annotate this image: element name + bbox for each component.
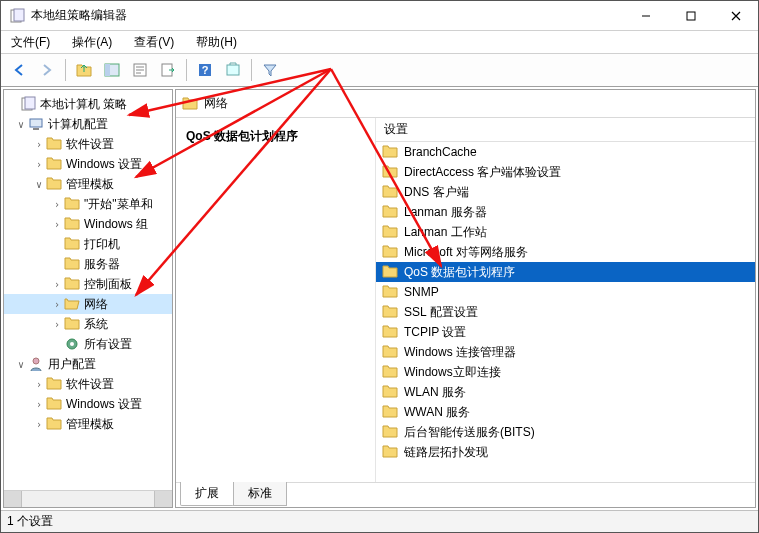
svg-point-14 [33, 358, 39, 364]
close-button[interactable] [713, 1, 758, 30]
tree-u-windows-settings[interactable]: › Windows 设置 [4, 394, 172, 414]
collapse-icon[interactable]: ∨ [14, 359, 28, 370]
tree-item-label: 网络 [84, 296, 108, 313]
tabs-strip: 扩展 标准 [176, 483, 755, 507]
tree-servers[interactable]: 服务器 [4, 254, 172, 274]
tree-item-label: 所有设置 [84, 336, 132, 353]
filter-button[interactable] [258, 58, 282, 82]
menu-action[interactable]: 操作(A) [68, 32, 116, 53]
tree-pane: 本地计算机 策略 ∨ 计算机配置 › 软件设置 › Windows 设置 [3, 89, 173, 508]
export-button[interactable] [156, 58, 180, 82]
tree-hscrollbar[interactable] [4, 490, 172, 507]
svg-rect-13 [227, 65, 239, 75]
maximize-button[interactable] [668, 1, 713, 30]
list-item[interactable]: SSL 配置设置 [376, 302, 755, 322]
list-item-label: Lanman 工作站 [404, 224, 487, 241]
list-item-label: Windows 连接管理器 [404, 344, 516, 361]
tree-windows-settings[interactable]: › Windows 设置 [4, 154, 172, 174]
menu-view[interactable]: 查看(V) [130, 32, 178, 53]
tree-windows-components[interactable]: › Windows 组 [4, 214, 172, 234]
column-header-settings[interactable]: 设置 [376, 118, 755, 142]
tree-all-settings[interactable]: 所有设置 [4, 334, 172, 354]
menu-help[interactable]: 帮助(H) [192, 32, 241, 53]
list-item-label: SNMP [404, 285, 439, 299]
list-item[interactable]: Microsoft 对等网络服务 [376, 242, 755, 262]
list-item[interactable]: BranchCache [376, 142, 755, 162]
list-item[interactable]: Lanman 服务器 [376, 202, 755, 222]
list-item[interactable]: Lanman 工作站 [376, 222, 755, 242]
list-item[interactable]: Windows 连接管理器 [376, 342, 755, 362]
expand-icon[interactable]: › [32, 159, 46, 170]
menu-file[interactable]: 文件(F) [7, 32, 54, 53]
back-button[interactable] [7, 58, 31, 82]
collapse-icon[interactable]: ∨ [32, 179, 46, 190]
computer-icon [28, 116, 44, 132]
expand-icon[interactable]: › [50, 219, 64, 230]
tree-item-label: 管理模板 [66, 416, 114, 433]
list-item[interactable]: WWAN 服务 [376, 402, 755, 422]
tab-extended[interactable]: 扩展 [180, 482, 234, 506]
refresh-button[interactable] [221, 58, 245, 82]
show-hide-tree-button[interactable] [100, 58, 124, 82]
tree-root[interactable]: 本地计算机 策略 [4, 94, 172, 114]
expand-icon[interactable]: › [32, 419, 46, 430]
list-item[interactable]: WLAN 服务 [376, 382, 755, 402]
forward-button[interactable] [35, 58, 59, 82]
tab-standard[interactable]: 标准 [233, 482, 287, 506]
tree-software-settings[interactable]: › 软件设置 [4, 134, 172, 154]
tree-admin-templates[interactable]: ∨ 管理模板 [4, 174, 172, 194]
list-item[interactable]: 链路层拓扑发现 [376, 442, 755, 462]
scroll-icon [20, 96, 36, 112]
folder-icon [382, 384, 398, 400]
expand-icon[interactable]: › [50, 279, 64, 290]
collapse-icon[interactable]: ∨ [14, 119, 28, 130]
tree-user-config[interactable]: ∨ 用户配置 [4, 354, 172, 374]
tree-item-label: 管理模板 [66, 176, 114, 193]
list-item[interactable]: Windows立即连接 [376, 362, 755, 382]
folder-open-icon [64, 296, 80, 312]
list-item[interactable]: DirectAccess 客户端体验设置 [376, 162, 755, 182]
tree-computer-config[interactable]: ∨ 计算机配置 [4, 114, 172, 134]
tree-control-panel[interactable]: › 控制面板 [4, 274, 172, 294]
folder-icon [64, 216, 80, 232]
expand-icon[interactable]: › [50, 319, 64, 330]
expand-icon[interactable]: › [32, 379, 46, 390]
folder-icon [382, 224, 398, 240]
breadcrumb-label: 网络 [204, 95, 228, 112]
expand-icon[interactable]: › [32, 399, 46, 410]
tree-start-menu[interactable]: › "开始"菜单和 [4, 194, 172, 214]
list-item-label: WWAN 服务 [404, 404, 470, 421]
list-item[interactable]: SNMP [376, 282, 755, 302]
right-pane: 网络 QoS 数据包计划程序 设置 BranchCacheDirectAcces… [175, 89, 756, 508]
folder-icon [382, 324, 398, 340]
titlebar: 本地组策略编辑器 [1, 1, 758, 31]
up-button[interactable] [72, 58, 96, 82]
expand-icon[interactable]: › [32, 139, 46, 150]
folder-icon [382, 424, 398, 440]
tree-network[interactable]: › 网络 [4, 294, 172, 314]
tree-printers[interactable]: 打印机 [4, 234, 172, 254]
expand-icon[interactable]: › [50, 199, 64, 210]
folder-icon [382, 144, 398, 160]
list-item[interactable]: QoS 数据包计划程序 [376, 262, 755, 282]
tree-item-label: 控制面板 [84, 276, 132, 293]
tree-u-admin-templates[interactable]: › 管理模板 [4, 414, 172, 434]
minimize-button[interactable] [623, 1, 668, 30]
list-item[interactable]: DNS 客户端 [376, 182, 755, 202]
user-icon [28, 356, 44, 372]
list-item[interactable]: TCPIP 设置 [376, 322, 755, 342]
folder-icon [382, 344, 398, 360]
list-item-label: Windows立即连接 [404, 364, 501, 381]
tree-system[interactable]: › 系统 [4, 314, 172, 334]
help-button[interactable]: ? [193, 58, 217, 82]
tree-u-software-settings[interactable]: › 软件设置 [4, 374, 172, 394]
tree-root-label: 本地计算机 策略 [40, 96, 127, 113]
statusbar: 1 个设置 [1, 510, 758, 532]
svg-text:?: ? [202, 64, 209, 76]
list-item-label: Lanman 服务器 [404, 204, 487, 221]
properties-button[interactable] [128, 58, 152, 82]
toolbar: ? [1, 53, 758, 87]
expand-icon[interactable]: › [50, 299, 64, 310]
list-item[interactable]: 后台智能传送服务(BITS) [376, 422, 755, 442]
settings-list[interactable]: BranchCacheDirectAccess 客户端体验设置DNS 客户端La… [376, 142, 755, 482]
